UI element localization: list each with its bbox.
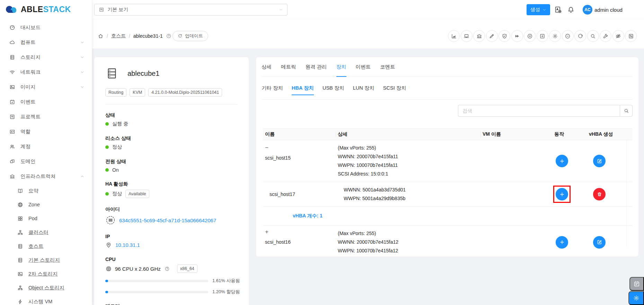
chevron-up-icon: [80, 174, 84, 178]
migrate-button[interactable]: [511, 30, 523, 42]
storage-icon: [9, 54, 15, 60]
edit-button[interactable]: [486, 30, 498, 42]
breadcrumb-hosts-link[interactable]: 호스트: [111, 33, 126, 39]
sidebar-item-roles[interactable]: 역할: [0, 124, 92, 139]
subtab-lun-devices[interactable]: LUN 장치: [353, 77, 374, 99]
infrastructure-button[interactable]: [473, 30, 485, 42]
question-circle-icon[interactable]: [166, 33, 171, 39]
host-ip-link[interactable]: 10.10.31.1: [115, 242, 140, 248]
sidebar-item-events[interactable]: 이벤트: [0, 95, 92, 109]
sidebar-item-cluster[interactable]: 클러스터: [0, 225, 92, 239]
settings-button[interactable]: [549, 30, 561, 42]
home-icon[interactable]: [98, 33, 104, 39]
event-log-drawer-button[interactable]: [629, 277, 644, 291]
disable-button[interactable]: [562, 30, 574, 42]
device-detail-line: WWPN: 100070b7e415fa11: [338, 161, 478, 170]
sidebar-item-images[interactable]: 이미지: [0, 80, 92, 95]
sidebar-item-primary-storage[interactable]: 기본 스토리지: [0, 253, 92, 267]
search-host-button[interactable]: [587, 30, 599, 42]
restart-button[interactable]: [574, 30, 586, 42]
wrench-icon: [603, 33, 609, 39]
dashboard-icon: [9, 25, 15, 30]
sidebar-item-accounts[interactable]: 계정: [0, 139, 92, 154]
bell-icon[interactable]: [567, 6, 575, 14]
sidebar-item-hosts[interactable]: 호스트: [0, 239, 92, 253]
brand-logo[interactable]: ABLESTACK: [5, 4, 71, 15]
tab-metrics[interactable]: 메트릭: [281, 57, 296, 77]
col-action: 동작: [552, 129, 587, 140]
question-circle-icon[interactable]: [165, 266, 170, 271]
secure-host-button[interactable]: [499, 30, 510, 42]
minus-circle-icon: [565, 33, 571, 39]
sidebar-item-network[interactable]: 네트워크: [0, 65, 92, 80]
add-vhba-button[interactable]: [556, 236, 568, 249]
calendar-check-icon: [9, 99, 15, 105]
tab-remote-management[interactable]: 원격 관리: [306, 57, 327, 77]
settings-drawer-button[interactable]: [628, 291, 644, 305]
vhba-count-link[interactable]: vHBA 개수: 1: [263, 207, 633, 225]
image-icon: [9, 84, 15, 90]
sidebar-item-secondary-storage[interactable]: 2차 스토리지: [0, 267, 92, 281]
device-search: [458, 105, 633, 117]
user-avatar[interactable]: AC: [583, 5, 592, 15]
sidebar-item-storage[interactable]: 스토리지: [0, 50, 92, 65]
detail-tabs: 상세 메트릭 원격 관리 장치 이벤트 코멘트: [262, 57, 633, 77]
subtab-scsi-devices[interactable]: SCSI 장치: [383, 77, 406, 99]
tab-events[interactable]: 이벤트: [356, 57, 371, 77]
update-button[interactable]: 업데이트: [173, 31, 208, 41]
edit-vhba-button[interactable]: [593, 236, 606, 249]
subtab-other-devices[interactable]: 기타 장치: [262, 77, 283, 99]
sidebar-item-summary[interactable]: 요약: [0, 184, 92, 198]
table-row: + scsi_host16 (Max vPorts: 255) WWNN: 20…: [263, 226, 633, 259]
breadcrumb: / 호스트 / ablecube31-1: [98, 31, 171, 41]
sidebar-item-domains[interactable]: 도메인: [0, 154, 92, 169]
user-name[interactable]: admin cloud: [594, 7, 623, 13]
chevron-down-icon: [279, 8, 283, 12]
create-button[interactable]: 생성: [527, 4, 550, 15]
sidebar-item-pod[interactable]: Pod: [0, 212, 92, 225]
edit-vhba-button[interactable]: [593, 155, 606, 167]
delete-vhba-button[interactable]: [593, 188, 606, 200]
sidebar-item-zone[interactable]: Zone: [0, 198, 92, 212]
resource-state-value: 정상: [112, 144, 122, 150]
add-vhba-button[interactable]: [556, 188, 568, 200]
tab-comments[interactable]: 코멘트: [380, 57, 395, 77]
host-uuid-link[interactable]: 634c5551-5c69-45cf-a71d-15a066642067: [119, 217, 216, 223]
search-input[interactable]: [458, 105, 620, 117]
collapse-row-toggle[interactable]: −: [265, 145, 270, 150]
maintenance-button[interactable]: [524, 30, 536, 42]
expand-row-toggle[interactable]: +: [265, 229, 270, 234]
edit-square-icon: [597, 158, 602, 164]
locale-add-icon[interactable]: [554, 6, 562, 14]
sidebar-item-system-vm[interactable]: 시스템 VM: [0, 295, 92, 305]
pause-circle-icon: [527, 33, 533, 39]
device-detail-line: WWPN: 100070b7e415fa12: [338, 246, 478, 255]
add-button[interactable]: [537, 30, 548, 42]
subtab-usb-devices[interactable]: USB 장치: [323, 77, 344, 99]
sidebar-item-infrastructure[interactable]: 인프라스트럭쳐: [0, 169, 92, 184]
vm-name-cell: [480, 140, 552, 182]
search-button[interactable]: [620, 105, 633, 117]
sidebar-item-projects[interactable]: 프로젝트: [0, 109, 92, 124]
add-vhba-button[interactable]: [556, 155, 568, 167]
safety-certificate-icon: [502, 33, 508, 39]
magnifier-icon: [590, 33, 596, 39]
plus-icon: [559, 191, 565, 197]
ha-available-tag: Available: [125, 190, 149, 198]
hba-device-table: 이름 상세 VM 이름 동작 vHBA 생성 − scsi_host15 (Ma…: [263, 128, 633, 259]
cpu-allocated-bar: 1.20% 할당됨: [105, 289, 238, 295]
view-console-button[interactable]: [461, 30, 473, 42]
sidebar-item-dashboard[interactable]: 대시보드: [0, 20, 92, 35]
sidebar-item-object-storage[interactable]: Object 스토리지: [0, 281, 92, 295]
tab-details[interactable]: 상세: [262, 57, 272, 77]
area-chart-icon: [451, 33, 457, 39]
tab-devices[interactable]: 장치: [336, 57, 346, 77]
sidebar-item-compute[interactable]: 컴퓨트: [0, 35, 92, 50]
view-selector[interactable]: 기본 보기: [94, 4, 288, 16]
project-icon: [99, 7, 104, 12]
view-metrics-button[interactable]: [448, 30, 460, 42]
subtab-hba-devices[interactable]: HBA 장치: [292, 77, 314, 99]
hide-button[interactable]: [612, 30, 624, 42]
adjust-columns-button[interactable]: [625, 30, 637, 42]
repair-button[interactable]: [600, 30, 611, 42]
